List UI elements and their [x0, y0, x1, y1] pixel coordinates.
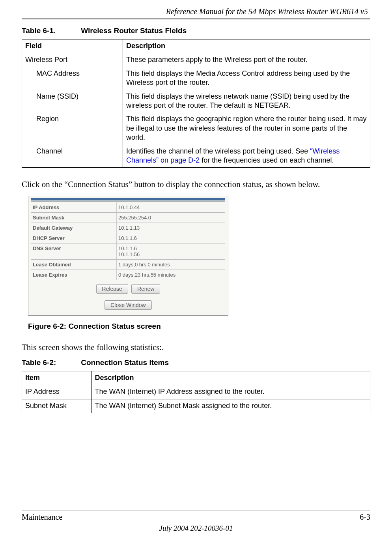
footer-section: Maintenance	[22, 513, 62, 522]
field-cell: Channel	[22, 145, 123, 168]
table-connection-status-items: Item Description IP Address The WAN (Int…	[22, 371, 370, 413]
status-label: Lease Expires	[31, 270, 116, 280]
connection-status-table: IP Address10.1.0.44 Subnet Mask255.255.2…	[31, 202, 225, 280]
figure-6-2: IP Address10.1.0.44 Subnet Mask255.255.2…	[28, 196, 370, 331]
document-header: Reference Manual for the 54 Mbps Wireles…	[22, 7, 370, 19]
figure-top-bar	[31, 198, 225, 200]
connection-status-screenshot: IP Address10.1.0.44 Subnet Mask255.255.2…	[28, 196, 228, 316]
status-value: 10.1.1.13	[116, 223, 225, 233]
body-paragraph-1: Click on the “Connection Status” button …	[22, 179, 370, 190]
table-name: Connection Status Items	[81, 358, 169, 367]
desc-cell: This field displays the Media Access Con…	[123, 67, 370, 90]
desc-cell: The WAN (Internet) Subnet Mask assigned …	[91, 399, 370, 413]
col-description-header: Description	[91, 371, 370, 385]
status-label: Lease Obtained	[31, 259, 116, 270]
status-value: 255.255.254.0	[116, 212, 225, 223]
figure-divider	[31, 201, 225, 202]
desc-cell: These parameters apply to the Wireless p…	[123, 53, 370, 67]
footer-rule	[22, 511, 370, 511]
status-label: DHCP Server	[31, 233, 116, 243]
table-wireless-router-status-fields: Field Description Wireless Port These pa…	[22, 39, 370, 168]
field-cell: Name (SSID)	[22, 90, 123, 113]
desc-pre: Identifies the channel of the wireless p…	[126, 147, 310, 155]
header-rule	[22, 19, 370, 19]
field-cell: Region	[22, 112, 123, 144]
table-number: Table 6-2:	[22, 358, 79, 367]
item-cell: IP Address	[22, 385, 92, 399]
status-value: 1 days,0 hrs,0 minutes	[116, 259, 225, 270]
status-value: 10.1.0.44	[116, 202, 225, 213]
footer-date-docnum: July 2004 202-10036-01	[22, 524, 370, 533]
desc-cell: Identifies the channel of the wireless p…	[123, 145, 370, 168]
table-name: Wireless Router Status Fields	[81, 26, 187, 35]
button-row-1: Release Renew	[31, 284, 225, 294]
status-value: 10.1.1.6	[116, 233, 225, 243]
status-value: 0 days,23 hrs,55 minutes	[116, 270, 225, 280]
desc-cell: This field displays the wireless network…	[123, 90, 370, 113]
table-6-2-title: Table 6-2: Connection Status Items	[22, 358, 370, 367]
table-number: Table 6-1.	[22, 26, 79, 35]
status-label: IP Address	[31, 202, 116, 213]
status-label: Default Gateway	[31, 223, 116, 233]
desc-cell: This field displays the geographic regio…	[123, 112, 370, 144]
col-description-header: Description	[123, 39, 370, 53]
field-cell: MAC Address	[22, 67, 123, 90]
release-button[interactable]: Release	[96, 284, 128, 294]
status-value: 10.1.1.6 10.1.1.56	[116, 243, 225, 259]
page-number: 6-3	[360, 513, 370, 522]
desc-cell: The WAN (Internet) IP Address assigned t…	[91, 385, 370, 399]
figure-caption: Figure 6-2: Connection Status screen	[28, 322, 370, 331]
col-field-header: Field	[22, 39, 123, 53]
button-row-2: Close Window	[31, 297, 225, 310]
page-footer: Maintenance 6-3 July 2004 202-10036-01	[22, 511, 370, 533]
table-6-1-title: Table 6-1. Wireless Router Status Fields	[22, 26, 370, 35]
field-cell: Wireless Port	[22, 53, 123, 67]
col-item-header: Item	[22, 371, 92, 385]
status-label: DNS Server	[31, 243, 116, 259]
body-paragraph-2: This screen shows the following statisti…	[22, 342, 370, 353]
renew-button[interactable]: Renew	[131, 284, 161, 294]
item-cell: Subnet Mask	[22, 399, 92, 413]
close-window-button[interactable]: Close Window	[105, 300, 151, 310]
desc-post: for the frequencies used on each channel…	[200, 156, 334, 164]
status-label: Subnet Mask	[31, 212, 116, 223]
